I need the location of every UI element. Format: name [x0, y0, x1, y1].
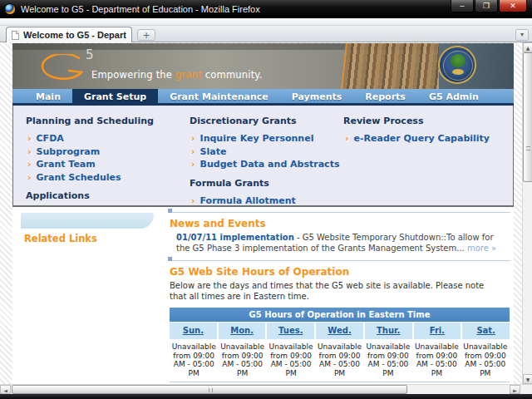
news-link[interactable]: 01/07/11 implementation — [176, 233, 294, 242]
minimize-button[interactable]: – — [451, 0, 474, 12]
day-header[interactable]: Sat. — [462, 323, 510, 339]
menu-link-label: Inquire Key Personnel — [200, 133, 314, 144]
menu-link[interactable]: ›Subprogram — [26, 145, 190, 159]
vertical-scrollbar[interactable]: ▲ ▼ — [522, 42, 532, 384]
menu-link[interactable]: ›CFDA — [26, 132, 190, 145]
chevron-right-icon: › — [27, 172, 32, 183]
close-button[interactable]: ✕ — [499, 0, 527, 12]
tab-title: Welcome to G5 - Departmen... — [23, 30, 126, 40]
window-title: Welcome to G5 - Department of Education … — [21, 4, 260, 14]
chevron-right-icon: › — [27, 159, 32, 170]
day-header[interactable]: Wed. — [316, 323, 363, 339]
menu-link[interactable]: ›Grant Team — [26, 158, 190, 171]
menu-link-label: Grant Team — [37, 159, 96, 170]
menu-section-heading: Formula Grants — [190, 178, 343, 189]
hours-heading: G5 Web Site Hours of Operation — [170, 266, 514, 278]
g5-logo-five: 5 — [86, 47, 94, 62]
chevron-right-icon: › — [27, 133, 32, 144]
hours-table-day-row: Sun.Mon.Tues.Wed.Thur.Fri.Sat. — [170, 323, 510, 339]
hours-intro: Below are the days and times that the G5… — [170, 281, 502, 302]
scroll-left-button[interactable]: ◄ — [0, 385, 11, 394]
horizontal-scroll-thumb[interactable] — [12, 385, 407, 394]
availability-cell: Unavailable from 09:00 AM - 05:00 PM — [218, 339, 266, 382]
nav-item-grant-maintenance[interactable]: Grant Maintenance — [158, 89, 280, 103]
menu-link-label: Subprogram — [37, 146, 101, 157]
chevron-right-icon: › — [191, 133, 195, 144]
nav-item-payments[interactable]: Payments — [280, 89, 354, 103]
page-icon — [12, 31, 19, 40]
hours-table-title: G5 Hours of Operation in Eastern Time — [170, 308, 510, 322]
firefox-icon — [4, 3, 16, 15]
menu-column: Review Process›e-Reader Query Capability — [343, 109, 507, 205]
related-links-tab-shape — [21, 213, 154, 229]
menu-section-heading: Applications — [26, 190, 190, 201]
nav-item-grant-setup[interactable]: Grant Setup — [72, 89, 158, 103]
menu-link[interactable]: ›Formula Allotment — [190, 195, 343, 208]
scroll-right-button[interactable]: ► — [510, 385, 520, 394]
day-header[interactable]: Thur. — [365, 323, 412, 339]
news-heading: News and Events — [170, 218, 514, 229]
window-controls: – ❐ ✕ — [450, 0, 527, 12]
nav-item-main[interactable]: Main — [24, 89, 72, 103]
vertical-scroll-thumb[interactable] — [523, 52, 532, 182]
new-tab-button[interactable]: + — [137, 29, 155, 41]
menu-link-label: e-Reader Query Capability — [354, 133, 490, 144]
chevron-right-icon: › — [191, 146, 195, 157]
more-link[interactable]: more » — [467, 244, 496, 253]
bookshelf-photo — [341, 43, 450, 89]
availability-cell: Unavailable from 09:00 AM - 05:00 PM — [364, 339, 412, 382]
maximize-button[interactable]: ❐ — [475, 0, 498, 12]
chevron-right-icon: › — [191, 195, 195, 206]
related-links-title: Related Links — [24, 233, 97, 244]
menu-link[interactable]: ›Grant Schedules — [26, 171, 190, 185]
section-divider — [168, 209, 514, 214]
scroll-up-button[interactable]: ▲ — [523, 42, 532, 52]
page-viewport: 5 Empowering the grant community. MainGr… — [0, 42, 532, 384]
dept-of-education-seal — [438, 46, 476, 84]
day-header[interactable]: Sun. — [170, 323, 217, 339]
availability-cell: Unavailable from 09:00 AM - 05:00 PM — [267, 339, 315, 382]
horizontal-scrollbar[interactable]: ◄ ► — [0, 384, 532, 394]
menu-link[interactable]: ›Budget Data and Abstracts — [190, 158, 343, 171]
nav-item-g5-admin[interactable]: G5 Admin — [417, 89, 490, 103]
chevron-right-icon: › — [191, 159, 195, 170]
availability-cell: Unavailable from 09:00 AM - 05:00 PM — [315, 339, 363, 382]
menu-link-label: Slate — [200, 146, 227, 157]
tab-bar: Welcome to G5 - Departmen... + ▾ — [0, 26, 532, 42]
menu-link-label: CFDA — [37, 133, 64, 144]
window-bottom-edge — [0, 394, 532, 399]
tagline: Empowering the grant community. — [91, 69, 263, 81]
menu-section-heading: Discretionary Grants — [190, 116, 343, 126]
mega-menu: Planning and Scheduling›CFDA›Subprogram›… — [12, 106, 514, 207]
day-header[interactable]: Mon. — [219, 323, 266, 339]
menu-strip — [0, 18, 532, 26]
scroll-grip-icon — [526, 146, 530, 150]
scroll-down-button[interactable]: ▼ — [523, 374, 532, 384]
chevron-right-icon: › — [345, 133, 349, 144]
menu-link[interactable]: ›Inquire Key Personnel — [190, 132, 343, 145]
hours-table: G5 Hours of Operation in Eastern Time Su… — [170, 308, 510, 382]
menu-link-label: Budget Data and Abstracts — [200, 159, 340, 170]
menu-link-label: Grant Schedules — [37, 172, 121, 183]
section-divider — [168, 257, 514, 262]
menu-section-heading: Planning and Scheduling — [26, 116, 190, 126]
list-tabs-button[interactable]: ▾ — [515, 29, 529, 41]
menu-link[interactable]: ›Slate — [190, 145, 343, 159]
main-column: News and Events 01/07/11 implementation … — [168, 207, 514, 392]
title-bar: Welcome to G5 - Department of Education … — [0, 0, 532, 18]
browser-window: Welcome to G5 - Department of Education … — [0, 0, 532, 399]
availability-cell: Unavailable from 09:00 AM - 05:00 PM — [170, 339, 218, 382]
news-item: 01/07/11 implementation - G5 Website Tem… — [176, 233, 502, 254]
nav-item-reports[interactable]: Reports — [353, 89, 417, 103]
menu-link-label: Formula Allotment — [200, 195, 296, 206]
menu-column: Planning and Scheduling›CFDA›Subprogram›… — [26, 109, 190, 205]
menu-link[interactable]: ›e-Reader Query Capability — [343, 132, 507, 145]
g5-logo-icon — [37, 54, 89, 84]
site-banner: 5 Empowering the grant community. — [12, 43, 514, 89]
day-header[interactable]: Fri. — [414, 323, 461, 339]
menu-section-heading: Review Process — [343, 116, 507, 126]
menu-column: Discretionary Grants›Inquire Key Personn… — [190, 109, 343, 205]
chevron-right-icon: › — [27, 146, 32, 157]
day-header[interactable]: Tues. — [267, 323, 314, 339]
browser-tab[interactable]: Welcome to G5 - Departmen... — [6, 27, 132, 42]
